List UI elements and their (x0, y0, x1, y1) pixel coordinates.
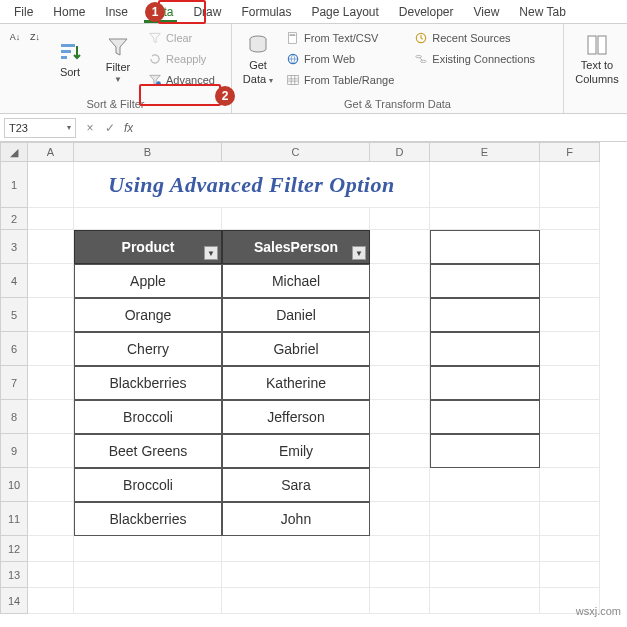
row-header-9[interactable]: 9 (0, 434, 28, 468)
tab-home[interactable]: Home (43, 1, 95, 23)
sort-button[interactable]: Sort (48, 28, 92, 90)
cell-A7[interactable] (28, 366, 74, 400)
from-text-csv-button[interactable]: From Text/CSV (282, 28, 398, 48)
cell-D10[interactable] (370, 468, 430, 502)
enter-formula-icon[interactable]: ✓ (100, 121, 120, 135)
row-header-1[interactable]: 1 (0, 162, 28, 208)
row-header-3[interactable]: 3 (0, 230, 28, 264)
col-header-A[interactable]: A (28, 142, 74, 162)
cell-E7[interactable] (430, 366, 540, 400)
formula-input[interactable] (133, 118, 627, 138)
row-header-6[interactable]: 6 (0, 332, 28, 366)
row-header-2[interactable]: 2 (0, 208, 28, 230)
cell-A8[interactable] (28, 400, 74, 434)
cell-C7[interactable]: Katherine (222, 366, 370, 400)
cell-A4[interactable] (28, 264, 74, 298)
cell-A12[interactable] (28, 536, 74, 562)
cell-D6[interactable] (370, 332, 430, 366)
cell-A11[interactable] (28, 502, 74, 536)
cell-A2[interactable] (28, 208, 74, 230)
tab-new[interactable]: New Tab (509, 1, 575, 23)
cell-C6[interactable]: Gabriel (222, 332, 370, 366)
col-header-B[interactable]: B (74, 142, 222, 162)
cell-C8[interactable]: Jefferson (222, 400, 370, 434)
cell-E6[interactable] (430, 332, 540, 366)
tab-developer[interactable]: Developer (389, 1, 464, 23)
cell-C11[interactable]: John (222, 502, 370, 536)
cell-F5[interactable] (540, 298, 600, 332)
cell-A10[interactable] (28, 468, 74, 502)
cell-F11[interactable] (540, 502, 600, 536)
cell-F6[interactable] (540, 332, 600, 366)
cell-B12[interactable] (74, 536, 222, 562)
row-header-7[interactable]: 7 (0, 366, 28, 400)
tab-view[interactable]: View (464, 1, 510, 23)
cell-C9[interactable]: Emily (222, 434, 370, 468)
tab-draw[interactable]: Draw (183, 1, 231, 23)
existing-connections-button[interactable]: Existing Connections (410, 49, 539, 69)
cell-A13[interactable] (28, 562, 74, 588)
cell-F3[interactable] (540, 230, 600, 264)
cell-A1[interactable] (28, 162, 74, 208)
cell-C12[interactable] (222, 536, 370, 562)
cell-B11[interactable]: Blackberries (74, 502, 222, 536)
cell-B8[interactable]: Broccoli (74, 400, 222, 434)
cell-D14[interactable] (370, 588, 430, 614)
recent-sources-button[interactable]: Recent Sources (410, 28, 539, 48)
cell-D8[interactable] (370, 400, 430, 434)
tab-page-layout[interactable]: Page Layout (301, 1, 388, 23)
cell-C5[interactable]: Daniel (222, 298, 370, 332)
cell-D5[interactable] (370, 298, 430, 332)
cell-C10[interactable]: Sara (222, 468, 370, 502)
header-product[interactable]: Product ▼ (74, 230, 222, 264)
cell-B7[interactable]: Blackberries (74, 366, 222, 400)
name-box[interactable]: T23 ▾ (4, 118, 76, 138)
cell-E4[interactable] (430, 264, 540, 298)
cell-A3[interactable] (28, 230, 74, 264)
cell-B9[interactable]: Beet Greens (74, 434, 222, 468)
cell-E9[interactable] (430, 434, 540, 468)
advanced-button[interactable]: Advanced (144, 70, 219, 90)
col-header-C[interactable]: C (222, 142, 370, 162)
from-table-button[interactable]: From Table/Range (282, 70, 398, 90)
cell-C13[interactable] (222, 562, 370, 588)
header-salesperson[interactable]: SalesPerson ▼ (222, 230, 370, 264)
cell-B5[interactable]: Orange (74, 298, 222, 332)
cell-B6[interactable]: Cherry (74, 332, 222, 366)
filter-dropdown-product[interactable]: ▼ (204, 246, 218, 260)
cell-D12[interactable] (370, 536, 430, 562)
cell-D9[interactable] (370, 434, 430, 468)
cell-D11[interactable] (370, 502, 430, 536)
header-filtered-list[interactable]: Filtered List (430, 230, 540, 264)
cell-F9[interactable] (540, 434, 600, 468)
sort-desc-icon[interactable]: Z↓ (26, 28, 44, 46)
cell-F2[interactable] (540, 208, 600, 230)
cell-E2[interactable] (430, 208, 540, 230)
title-cell[interactable]: Using Advanced Filter Option (74, 162, 430, 208)
cell-F10[interactable] (540, 468, 600, 502)
select-all-corner[interactable]: ◢ (0, 142, 28, 162)
col-header-F[interactable]: F (540, 142, 600, 162)
cell-B13[interactable] (74, 562, 222, 588)
text-to-columns-button[interactable]: Text to Columns (570, 28, 624, 90)
cell-E12[interactable] (430, 536, 540, 562)
cell-F12[interactable] (540, 536, 600, 562)
row-header-4[interactable]: 4 (0, 264, 28, 298)
cell-C4[interactable]: Michael (222, 264, 370, 298)
row-header-11[interactable]: 11 (0, 502, 28, 536)
clear-button[interactable]: Clear (144, 28, 219, 48)
tab-data[interactable]: Data (138, 1, 183, 23)
tab-file[interactable]: File (4, 1, 43, 23)
cell-F8[interactable] (540, 400, 600, 434)
col-header-D[interactable]: D (370, 142, 430, 162)
cell-A5[interactable] (28, 298, 74, 332)
cell-E11[interactable] (430, 502, 540, 536)
sort-asc-icon[interactable]: A↓ (6, 28, 24, 46)
cell-B10[interactable]: Broccoli (74, 468, 222, 502)
cell-A9[interactable] (28, 434, 74, 468)
cell-E14[interactable] (430, 588, 540, 614)
row-header-12[interactable]: 12 (0, 536, 28, 562)
cell-D3[interactable] (370, 230, 430, 264)
cell-F13[interactable] (540, 562, 600, 588)
cell-D13[interactable] (370, 562, 430, 588)
